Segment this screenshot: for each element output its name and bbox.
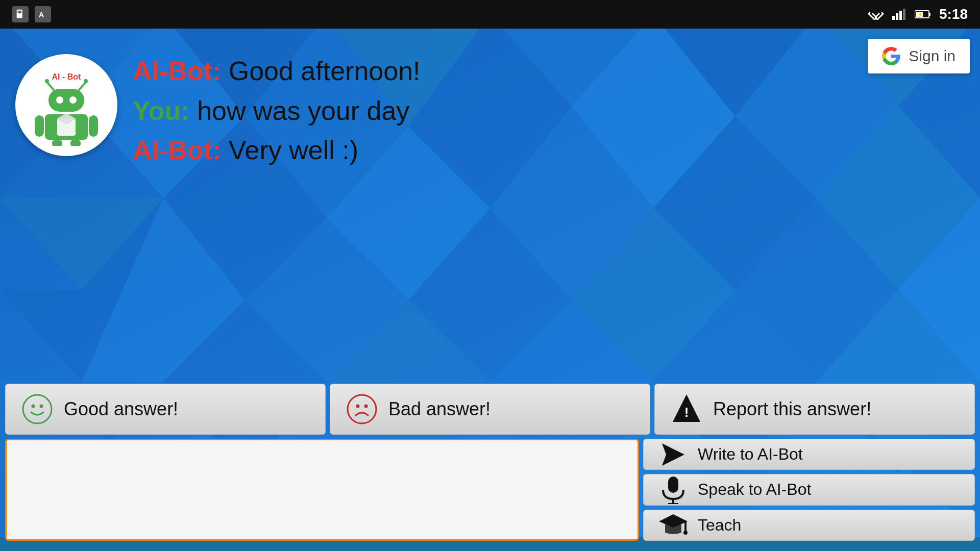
message-input[interactable] [15, 445, 629, 534]
speak-to-aibot-label: Speak to AI-Bot [698, 480, 811, 499]
svg-rect-61 [48, 89, 84, 112]
good-answer-button[interactable]: Good answer! [5, 384, 326, 435]
svg-point-63 [69, 96, 77, 104]
battery-icon: ⚡ [915, 9, 931, 20]
svg-rect-48 [892, 16, 895, 20]
chat-line-2: You: how was your day [133, 94, 980, 129]
input-row: Write to AI-Bot Speak to AI-Bot [5, 439, 975, 541]
svg-rect-69 [35, 115, 44, 137]
svg-point-47 [874, 17, 877, 19]
svg-text:⚡: ⚡ [917, 11, 924, 18]
chat-text-1: Good afternoon! [229, 56, 421, 86]
good-answer-icon [21, 393, 54, 425]
svg-rect-53 [929, 13, 930, 16]
svg-point-75 [40, 405, 43, 408]
send-icon [659, 440, 688, 469]
aibot-label-2: AI-Bot: [133, 135, 221, 165]
svg-rect-41 [19, 11, 20, 14]
main-content: AI - Bot [0, 29, 980, 551]
svg-rect-49 [896, 13, 898, 20]
chat-text-2: how was your day [197, 96, 409, 126]
signal-icon [892, 9, 906, 20]
svg-rect-40 [18, 11, 19, 14]
svg-rect-70 [89, 115, 98, 137]
you-label-1: You: [133, 96, 190, 126]
wifi-icon [868, 9, 884, 20]
status-bar: A ⚡ 5:18 [0, 0, 980, 29]
microphone-icon [659, 475, 688, 504]
svg-text:!: ! [684, 405, 689, 420]
bad-answer-label: Bad answer! [388, 398, 491, 420]
status-time: 5:18 [939, 6, 968, 22]
avatar: AI - Bot [15, 54, 117, 156]
chat-line-3: AI-Bot: Very well :) [133, 133, 980, 168]
bottom-area: Good answer! Bad answer! [0, 384, 980, 551]
svg-point-62 [56, 96, 63, 104]
teach-icon [659, 511, 688, 539]
aibot-label-1: AI-Bot: [133, 56, 221, 86]
svg-point-58 [45, 79, 49, 83]
write-to-aibot-button[interactable]: Write to AI-Bot [643, 439, 975, 470]
teach-label: Teach [698, 516, 741, 535]
google-icon [882, 47, 900, 65]
svg-marker-81 [662, 443, 684, 466]
svg-point-74 [32, 405, 35, 408]
svg-point-60 [84, 79, 88, 83]
report-answer-button[interactable]: ! Report this answer! [654, 384, 975, 435]
avatar-container: AI - Bot [15, 54, 117, 156]
sd-card-icon [12, 6, 29, 22]
speak-to-aibot-button[interactable]: Speak to AI-Bot [643, 474, 975, 505]
teach-button[interactable]: Teach [643, 510, 975, 541]
svg-rect-72 [70, 140, 81, 146]
bad-answer-icon [346, 393, 378, 425]
chat-line-1: AI-Bot: Good afternoon! [133, 54, 980, 89]
report-answer-label: Report this answer! [713, 398, 871, 420]
android-robot-icon: AI - Bot [26, 64, 107, 146]
svg-point-73 [23, 395, 52, 423]
svg-rect-82 [668, 477, 678, 493]
write-to-aibot-label: Write to AI-Bot [698, 445, 803, 464]
svg-line-57 [47, 82, 54, 90]
status-bar-right: ⚡ 5:18 [868, 6, 968, 22]
svg-text:A: A [39, 11, 44, 19]
good-answer-label: Good answer! [64, 398, 178, 420]
chat-messages: AI-Bot: Good afternoon! You: how was you… [133, 49, 980, 168]
chat-text-3: Very well :) [229, 135, 358, 165]
svg-rect-71 [52, 140, 62, 146]
status-bar-left: A [12, 6, 51, 22]
font-icon: A [35, 6, 51, 22]
svg-point-77 [356, 405, 360, 408]
svg-rect-50 [899, 11, 902, 20]
answer-buttons-row: Good answer! Bad answer! [5, 384, 975, 435]
svg-line-59 [79, 82, 86, 90]
right-buttons: Write to AI-Bot Speak to AI-Bot [643, 439, 975, 541]
svg-point-87 [683, 531, 688, 535]
text-input-container[interactable] [5, 439, 639, 541]
bad-answer-button[interactable]: Bad answer! [330, 384, 650, 435]
svg-text:AI - Bot: AI - Bot [52, 72, 82, 81]
signin-label: Sign in [909, 47, 955, 65]
svg-point-78 [364, 405, 368, 408]
svg-rect-42 [20, 11, 21, 14]
svg-rect-51 [903, 9, 905, 20]
chat-area: AI - Bot [0, 29, 980, 384]
svg-point-76 [348, 395, 376, 423]
google-signin-button[interactable]: Sign in [868, 39, 970, 73]
report-icon: ! [670, 393, 703, 425]
